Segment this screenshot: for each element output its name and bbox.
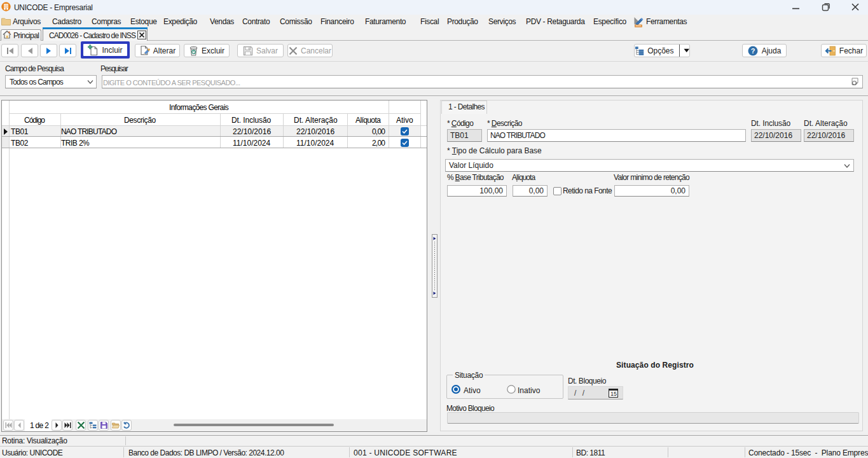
svg-text:?: ? xyxy=(750,47,755,55)
